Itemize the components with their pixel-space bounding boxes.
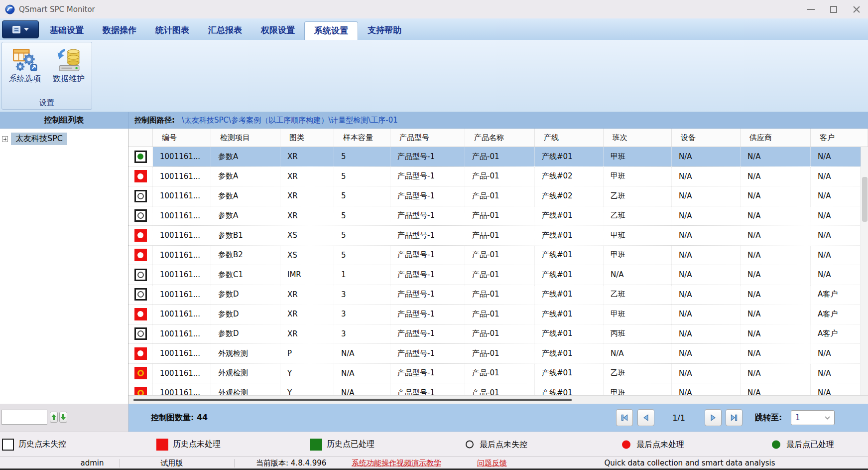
chart-path-link[interactable]: \太友科技SPC\参考案例（以工序顺序构建）\计量型检测\工序-01 (182, 116, 398, 125)
table-cell: 甲班 (604, 147, 672, 166)
next-page-button[interactable] (705, 409, 722, 426)
table-cell: N/A (811, 364, 868, 383)
table-row[interactable]: 1001161...外观检测PN/A产品型号-1产品-01产线#01N/AN/A… (128, 344, 868, 364)
table-cell: N/A (741, 383, 811, 395)
column-header-8[interactable]: 产线 (535, 129, 604, 147)
tree-search-input[interactable] (1, 410, 47, 425)
table-cell: N/A (672, 147, 741, 166)
column-header-3[interactable]: 检测项目 (211, 129, 280, 147)
table-cell: N/A (334, 383, 390, 395)
table-cell: 参数A (211, 147, 280, 166)
status-cell (128, 246, 153, 265)
table-cell: N/A (811, 344, 868, 363)
column-header-7[interactable]: 产品名称 (465, 129, 535, 147)
status-cell (128, 167, 153, 186)
table-cell: 产线#01 (535, 364, 604, 383)
table-cell: N/A (741, 186, 811, 206)
column-header-9[interactable]: 班次 (604, 129, 672, 147)
table-cell: 产品-01 (465, 305, 535, 324)
horizontal-scrollbar-thumb[interactable] (133, 399, 572, 401)
column-header-1[interactable] (128, 129, 153, 147)
table-header-row: 编号检测项目图类样本容量产品型号产品名称产线班次设备供应商客户 (128, 129, 868, 147)
table-cell: 1001161... (153, 285, 211, 305)
table-cell: XR (280, 147, 334, 166)
legend-item: 最后点已处理 (770, 439, 834, 450)
table-cell: A客户 (811, 285, 868, 305)
column-header-11[interactable]: 供应商 (741, 129, 811, 147)
table-cell: N/A (604, 265, 672, 285)
table-cell: N/A (741, 167, 811, 186)
chart-path-label: 控制图路径: (134, 116, 175, 125)
horizontal-scrollbar[interactable] (128, 395, 868, 404)
table-row[interactable]: 1001161...参数AXR5产品型号-1产品-01产线#01乙班N/AN/A… (128, 206, 868, 226)
menu-tab-1[interactable]: 基础设置 (40, 21, 93, 40)
table-row[interactable]: 1001161...参数AXR5产品型号-1产品-01产线#01甲班N/AN/A… (128, 147, 868, 167)
table-cell: 甲班 (604, 246, 672, 265)
table-cell: 1001161... (153, 383, 211, 395)
table-cell: N/A (334, 344, 390, 363)
column-header-10[interactable]: 设备 (672, 129, 741, 147)
table-cell: 产品-01 (465, 285, 535, 305)
vertical-scrollbar-thumb[interactable] (862, 177, 868, 222)
system-options-button[interactable]: 系统选项 (4, 45, 46, 97)
table-cell: 产品型号-1 (390, 206, 465, 226)
menu-tab-6[interactable]: 系统设置 (304, 21, 358, 40)
menu-tab-4[interactable]: 汇总报表 (199, 21, 251, 40)
menu-tab-5[interactable]: 权限设置 (251, 21, 304, 40)
column-header-4[interactable]: 图类 (280, 129, 334, 147)
window-controls (799, 0, 868, 18)
ribbon-group-label: 设置 (2, 97, 92, 109)
last-page-button[interactable] (726, 409, 743, 426)
sub-header: 控制组列表 控制图路径: \太友科技SPC\参考案例（以工序顺序构建）\计量型检… (0, 112, 868, 129)
maximize-button[interactable] (822, 0, 845, 18)
jump-to-select[interactable]: 1 (791, 410, 835, 425)
table-row[interactable]: 1001161...参数DXR3产品型号-1产品-01产线#01乙班N/AN/A… (128, 285, 868, 305)
app-menu-button[interactable] (2, 20, 39, 38)
menu-tabs: 基础设置数据操作统计图表汇总报表权限设置系统设置支持帮助 (40, 18, 411, 40)
column-header-2[interactable]: 编号 (153, 129, 211, 147)
table-cell: 产品-01 (465, 246, 535, 265)
status-icon (134, 308, 147, 320)
table-row[interactable]: 1001161...参数AXR5产品型号-1产品-01产线#02乙班N/AN/A… (128, 186, 868, 206)
table-row[interactable]: 1001161...参数B2XS5产品型号-1产品-01产线#01甲班N/AN/… (128, 246, 868, 266)
menu-tab-7[interactable]: 支持帮助 (358, 21, 411, 40)
table-row[interactable]: 1001161...参数B1XS5产品型号-1产品-01产线#01甲班N/AN/… (128, 226, 868, 246)
legend-circle-outline-icon (466, 441, 474, 449)
table-row[interactable]: 1001161...参数DXR3产品型号-1产品-01产线#01丙班N/AN/A… (128, 324, 868, 344)
table-row[interactable]: 1001161...参数DXR3产品型号-1产品-01产线#01甲班N/AN/A… (128, 305, 868, 324)
ribbon: 系统选项 数据维护 设 (0, 40, 868, 112)
tree-node-root[interactable]: 太友科技SPC (2, 133, 67, 145)
vertical-scrollbar[interactable] (861, 147, 868, 395)
move-down-button[interactable] (59, 412, 67, 423)
video-tutorial-link[interactable]: 系统功能操作视频演示教学 (352, 458, 441, 468)
menu-tab-2[interactable]: 数据操作 (93, 21, 146, 40)
table-cell: 1001161... (153, 246, 211, 265)
minimize-button[interactable] (799, 0, 822, 18)
feedback-link[interactable]: 问题反馈 (477, 458, 507, 468)
table-cell: 产品型号-1 (390, 147, 465, 166)
column-header-6[interactable]: 产品型号 (390, 129, 465, 147)
prev-page-button[interactable] (637, 409, 654, 426)
data-maintenance-button[interactable]: 数据维护 (48, 45, 90, 97)
legend-item: 历史点未处理 (156, 439, 221, 451)
column-header-12[interactable]: 客户 (811, 129, 868, 147)
table-row[interactable]: 1001161...参数C1IMR1产品型号-1产品-01产线#01N/AN/A… (128, 265, 868, 285)
table-row[interactable]: 1001161...外观检测YN/A产品型号-1产品-01产线#01乙班N/AN… (128, 364, 868, 384)
table-cell: 产品-01 (465, 383, 535, 395)
first-page-button[interactable] (616, 409, 633, 426)
table-cell: N/A (672, 364, 741, 383)
table-cell: XS (280, 226, 334, 245)
table-row[interactable]: 1001161...参数AXR5产品型号-1产品-01产线#02甲班N/AN/A… (128, 167, 868, 187)
menu-tab-3[interactable]: 统计图表 (146, 21, 199, 40)
pagination-row: 控制图数量: 44 1/1 跳转至: 1 (0, 404, 868, 432)
status-cell (128, 305, 153, 324)
table-cell: 产线#01 (535, 383, 604, 395)
close-button[interactable] (845, 0, 868, 18)
column-header-5[interactable]: 样本容量 (334, 129, 390, 147)
move-up-button[interactable] (50, 412, 58, 423)
table-row[interactable]: 1001161...外观检测YN/A产品型号-1产品-01产线#01甲班N/AN… (128, 383, 868, 395)
tree-expand-icon[interactable] (2, 136, 8, 142)
app-menu-icon (12, 26, 20, 33)
menu-bar: 基础设置数据操作统计图表汇总报表权限设置系统设置支持帮助 (0, 18, 868, 40)
table-cell: 产品-01 (465, 167, 535, 186)
